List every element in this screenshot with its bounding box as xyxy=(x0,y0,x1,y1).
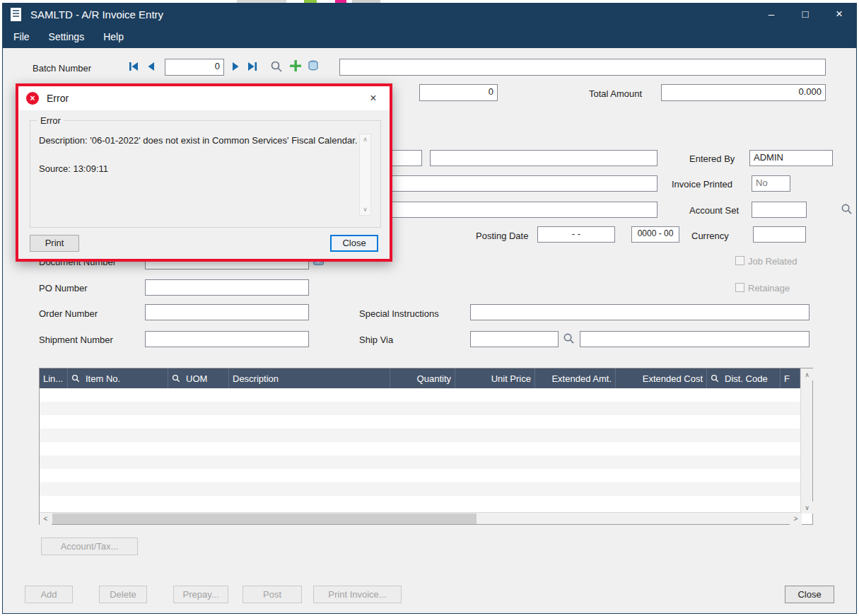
total-amount-label: Total Amount xyxy=(589,88,642,99)
special-instructions-label: Special Instructions xyxy=(359,308,439,319)
grid-column-header[interactable]: Item No. xyxy=(68,368,168,388)
delete-button[interactable]: Delete xyxy=(99,586,147,603)
print-button[interactable]: Print xyxy=(30,235,79,252)
post-button[interactable]: Post xyxy=(242,586,302,603)
first-record-icon[interactable] xyxy=(127,61,140,72)
job-related-checkbox[interactable] xyxy=(735,256,744,265)
invoice-detail-grid: Lin...Item No.UOMDescriptionQuantityUnit… xyxy=(39,368,813,525)
invoice-printed-field: No xyxy=(752,175,790,192)
ship-via-finder-icon[interactable] xyxy=(563,332,575,344)
special-instructions-field[interactable] xyxy=(470,304,810,320)
close-icon[interactable]: × xyxy=(822,4,856,25)
dialog-scrollbar[interactable]: ∧ ∨ xyxy=(359,134,371,216)
account-set-finder-icon[interactable] xyxy=(841,203,853,215)
po-number-field[interactable] xyxy=(145,279,309,296)
grid-header: Lin...Item No.UOMDescriptionQuantityUnit… xyxy=(40,368,800,388)
next-record-icon[interactable] xyxy=(230,61,241,72)
shipment-number-label: Shipment Number xyxy=(39,335,113,345)
batch-number-label: Batch Number xyxy=(33,63,91,74)
error-source-text: Source: 13:09:11 xyxy=(39,163,108,174)
dialog-close-button[interactable]: Close xyxy=(330,235,378,252)
title-bar: SAMLTD - A/R Invoice Entry – □ × xyxy=(3,4,856,25)
ship-via-code-field[interactable] xyxy=(470,331,559,347)
menu-help[interactable]: Help xyxy=(103,31,124,42)
ship-via-description-field[interactable] xyxy=(580,331,810,347)
scroll-up-icon[interactable]: ∧ xyxy=(801,368,813,380)
error-icon: × xyxy=(26,92,39,105)
column-finder-icon[interactable] xyxy=(71,374,83,383)
error-dialog-title: Error xyxy=(47,93,365,104)
order-number-label: Order Number xyxy=(39,308,98,319)
batch-info-icon[interactable] xyxy=(307,59,320,72)
screen: SAMLTD - A/R Invoice Entry – □ × File Se… xyxy=(0,0,859,616)
entries-count-field: 0 xyxy=(419,84,498,101)
grid-row[interactable] xyxy=(40,388,800,402)
retainage-checkbox[interactable] xyxy=(735,283,744,292)
error-dialog: × Error × Error Description: '06-01-2022… xyxy=(16,83,392,262)
po-number-label: PO Number xyxy=(39,283,88,294)
entered-by-field: ADMIN xyxy=(749,150,833,166)
invoice-printed-label: Invoice Printed xyxy=(672,179,732,190)
error-description-text: Description: '06-01-2022' does not exist… xyxy=(39,135,357,146)
dialog-close-icon[interactable]: × xyxy=(365,92,382,105)
scrollbar-thumb[interactable] xyxy=(52,513,477,524)
grid-column-header[interactable]: Quantity xyxy=(390,368,455,388)
prepay-button[interactable]: Prepay... xyxy=(173,586,228,603)
scroll-up-icon[interactable]: ∧ xyxy=(360,134,370,145)
grid-column-header[interactable]: Unit Price xyxy=(455,368,535,388)
grid-row[interactable] xyxy=(40,429,800,442)
order-number-field[interactable] xyxy=(145,304,309,320)
batch-description-field[interactable] xyxy=(339,59,826,76)
currency-field xyxy=(753,226,806,243)
grid-column-header[interactable]: Extended Cost xyxy=(616,368,707,388)
previous-record-icon[interactable] xyxy=(146,61,157,72)
scroll-down-icon[interactable]: ∨ xyxy=(360,204,370,215)
column-finder-icon[interactable] xyxy=(172,374,183,383)
last-record-icon[interactable] xyxy=(246,61,259,72)
scroll-right-icon[interactable]: > xyxy=(790,513,802,525)
grid-column-header[interactable]: Description xyxy=(229,368,390,388)
new-batch-icon[interactable] xyxy=(289,59,302,72)
menu-settings[interactable]: Settings xyxy=(49,31,85,42)
print-invoice-button[interactable]: Print Invoice... xyxy=(313,586,402,603)
retainage-label: Retainage xyxy=(748,283,790,294)
grid-row[interactable] xyxy=(40,482,800,496)
grid-row[interactable] xyxy=(40,442,800,455)
grid-row[interactable] xyxy=(40,415,800,429)
year-period-field: 0000 - 00 xyxy=(631,226,679,243)
entered-by-label: Entered By xyxy=(689,153,735,164)
currency-label: Currency xyxy=(691,231,729,241)
grid-vertical-scrollbar[interactable]: ∧ ∨ xyxy=(800,368,812,513)
menu-file[interactable]: File xyxy=(13,31,30,42)
close-button[interactable]: Close xyxy=(785,586,834,603)
app-icon xyxy=(11,8,21,21)
grid-row[interactable] xyxy=(40,496,800,509)
scroll-left-icon[interactable]: < xyxy=(40,513,52,525)
account-tax-button[interactable]: Account/Tax... xyxy=(41,537,138,555)
grid-row[interactable] xyxy=(40,455,800,469)
grid-body xyxy=(40,388,800,513)
grid-column-header[interactable]: UOM xyxy=(168,368,229,388)
total-amount-field: 0.000 xyxy=(661,84,826,101)
account-set-field[interactable] xyxy=(752,202,807,218)
grid-column-header[interactable]: F xyxy=(781,368,800,388)
scroll-down-icon[interactable]: ∨ xyxy=(801,501,813,513)
batch-number-input[interactable]: 0 xyxy=(165,59,224,76)
maximize-icon[interactable]: □ xyxy=(788,4,822,25)
minimize-icon[interactable]: – xyxy=(754,4,788,25)
column-finder-icon[interactable] xyxy=(711,374,722,383)
menu-bar: File Settings Help xyxy=(3,25,856,48)
shipment-number-field[interactable] xyxy=(145,331,309,347)
customer-name-field[interactable] xyxy=(430,150,658,166)
batch-finder-icon[interactable] xyxy=(270,60,283,73)
grid-column-header[interactable]: Lin... xyxy=(40,368,68,388)
grid-horizontal-scrollbar[interactable]: < > xyxy=(40,512,802,524)
posting-date-field[interactable]: - - xyxy=(537,226,615,243)
error-groupbox: Error Description: '06-01-2022' does not… xyxy=(30,120,381,228)
grid-column-header[interactable]: Extended Amt. xyxy=(535,368,616,388)
add-button[interactable]: Add xyxy=(25,586,73,603)
grid-row[interactable] xyxy=(40,402,800,415)
grid-column-header[interactable]: Dist. Code xyxy=(707,368,781,388)
grid-row[interactable] xyxy=(40,469,800,482)
window-title: SAMLTD - A/R Invoice Entry xyxy=(30,8,163,21)
